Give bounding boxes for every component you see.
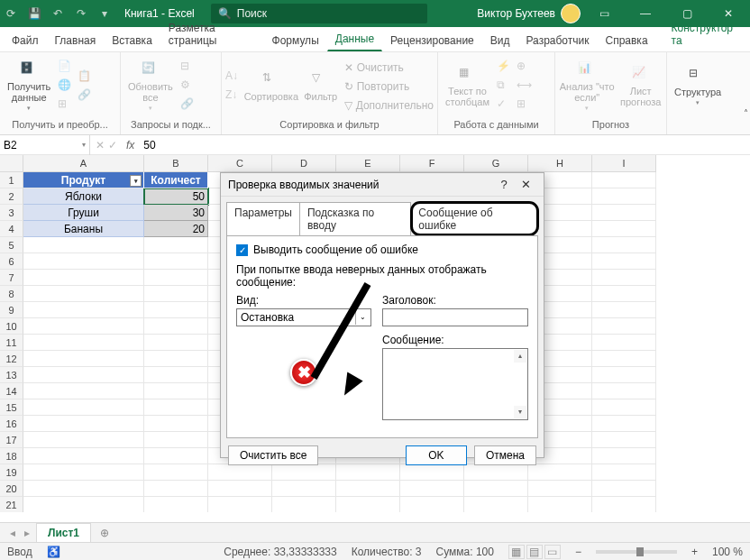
col-header[interactable]: G [464,155,528,172]
from-web-icon[interactable]: 🌐 [58,78,74,95]
add-sheet-icon[interactable]: ⊕ [95,527,114,539]
tab-error-message[interactable]: Сообщение об ошибке [411,202,538,235]
cell[interactable] [144,270,208,286]
recent-sources-icon[interactable]: 📋 [78,69,94,86]
cell[interactable] [144,481,208,497]
row-header[interactable]: 16 [0,416,23,432]
cell[interactable] [208,481,272,497]
row-header[interactable]: 4 [0,221,23,237]
outline-button[interactable]: ⊟ Структура ▾ [671,65,725,108]
cancel-formula-icon[interactable]: ✕ [96,139,105,151]
cancel-button[interactable]: Отмена [474,445,536,465]
sort-az-icon[interactable]: A↓ [225,69,242,86]
cell[interactable] [592,383,656,399]
formula-input[interactable]: 50 [138,139,750,151]
zoom-out-icon[interactable]: − [575,546,581,558]
cell[interactable] [592,367,656,383]
whatif-button[interactable]: 📊 Анализ "что если" ▾ [559,60,615,114]
data-validation-icon[interactable]: ✓ [497,97,513,114]
cell[interactable] [23,383,144,399]
dialog-close-icon[interactable]: ✕ [515,178,536,191]
collapse-ribbon-icon[interactable]: ˄ [744,108,748,118]
cell[interactable] [592,335,656,351]
cell[interactable] [144,318,208,335]
col-header[interactable]: C [208,155,272,172]
reapply-button[interactable]: ↻Повторить [344,78,434,95]
get-data-button[interactable]: 🗄️ Получить данные ▾ [4,60,54,114]
error-title-input[interactable] [382,308,528,326]
cell[interactable] [144,464,208,481]
cell[interactable] [144,237,208,253]
forecast-button[interactable]: 📈 Лист прогноза [618,64,663,109]
cell[interactable] [592,481,656,497]
cell[interactable] [23,302,144,318]
tab-developer[interactable]: Разработчик [518,28,598,51]
tab-formulas[interactable]: Формулы [264,28,327,51]
row-header[interactable]: 9 [0,302,23,318]
save-icon[interactable]: 💾 [23,0,45,27]
cell[interactable] [592,221,656,237]
cell[interactable] [23,286,144,302]
text-to-columns-button[interactable]: ▦ Текст по столбцам [442,64,493,109]
row-header[interactable]: 5 [0,237,23,253]
cell[interactable]: Бананы [23,221,144,237]
cell[interactable] [144,286,208,302]
cell[interactable] [23,270,144,286]
properties-icon[interactable]: ⚙ [180,78,197,95]
error-message-textarea[interactable]: ▴ ▾ [382,348,528,420]
zoom-level[interactable]: 100 % [712,546,743,558]
cell[interactable] [464,481,528,497]
row-header[interactable]: 19 [0,464,23,481]
row-header[interactable]: 20 [0,481,23,497]
col-header[interactable]: H [528,155,592,172]
cell[interactable] [592,188,656,205]
row-header[interactable]: 11 [0,335,23,351]
cell[interactable] [528,497,592,512]
cell[interactable] [592,270,656,286]
show-error-checkbox[interactable]: ✓ [236,244,248,256]
row-header[interactable]: 2 [0,188,23,205]
cell[interactable] [592,205,656,221]
cell[interactable] [272,497,336,512]
cell[interactable] [336,481,400,497]
cell[interactable] [592,318,656,335]
close-icon[interactable]: ✕ [710,0,746,27]
sort-za-icon[interactable]: Z↓ [225,88,242,105]
row-header[interactable]: 6 [0,253,23,270]
clear-all-button[interactable]: Очистить все [228,445,318,465]
cell[interactable] [23,318,144,335]
cell[interactable] [592,302,656,318]
cell[interactable] [144,399,208,416]
filter-dropdown-icon[interactable]: ▾ [130,175,142,187]
cell[interactable] [23,416,144,432]
chevron-down-icon[interactable]: ▾ [82,141,86,149]
cell[interactable] [400,481,464,497]
cell[interactable] [144,448,208,464]
view-break-icon[interactable]: ▭ [544,545,561,559]
cell[interactable] [592,172,656,188]
cell[interactable] [23,399,144,416]
sort-button[interactable]: ⇅ Сортировка [245,69,297,104]
cell[interactable] [23,432,144,448]
cell[interactable] [592,253,656,270]
zoom-slider[interactable] [596,550,677,554]
cell[interactable] [400,497,464,512]
qat-more-icon[interactable]: ▾ [94,0,115,27]
row-header[interactable]: 3 [0,205,23,221]
queries-icon[interactable]: ⊟ [180,60,197,76]
clear-filter-button[interactable]: ✕Очистить [344,60,434,76]
row-header[interactable]: 14 [0,383,23,399]
cell[interactable] [592,432,656,448]
cell[interactable] [144,302,208,318]
cell[interactable]: 20 [144,221,208,237]
col-header[interactable]: E [336,155,400,172]
cell[interactable] [144,383,208,399]
fx-icon[interactable]: fx [123,139,138,151]
tab-help[interactable]: Справка [597,28,655,51]
cell[interactable] [23,351,144,367]
cell[interactable] [144,367,208,383]
view-normal-icon[interactable]: ▦ [508,545,525,559]
zoom-in-icon[interactable]: + [691,546,698,558]
undo-icon[interactable]: ↶ [47,0,69,27]
cell[interactable] [592,399,656,416]
